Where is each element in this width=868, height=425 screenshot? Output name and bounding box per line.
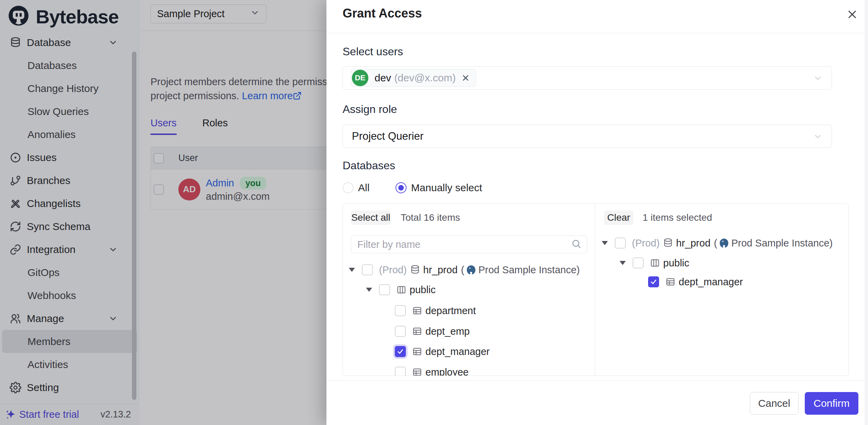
tree-row-instance[interactable]: (Prod) hr_prod ( Prod Sample Instance) xyxy=(349,260,580,280)
checkbox[interactable] xyxy=(615,238,626,249)
close-icon xyxy=(847,9,858,20)
total-items-label: Total 16 items xyxy=(401,212,460,223)
table-icon xyxy=(665,277,676,287)
radio-all[interactable] xyxy=(343,182,354,193)
chip-user-email: (dev@x.com) xyxy=(394,72,456,84)
table-icon xyxy=(412,346,422,357)
caret-down-icon[interactable] xyxy=(602,241,608,245)
table-icon xyxy=(412,326,422,336)
assign-role-label: Assign role xyxy=(343,103,397,116)
checkbox[interactable] xyxy=(379,284,390,295)
radio-manually-select[interactable] xyxy=(396,182,407,193)
postgresql-icon xyxy=(466,265,476,275)
confirm-button[interactable]: Confirm xyxy=(805,392,858,415)
selected-count-label: 1 items selected xyxy=(643,212,712,223)
radio-all-label[interactable]: All xyxy=(358,182,369,194)
caret-down-icon[interactable] xyxy=(366,288,372,292)
close-button[interactable] xyxy=(845,8,859,21)
database-icon xyxy=(663,238,673,248)
checkbox-checked[interactable] xyxy=(648,276,659,287)
schema-icon xyxy=(650,258,660,268)
tree-row-table[interactable]: dept_emp xyxy=(395,321,470,342)
checkbox[interactable] xyxy=(362,264,373,275)
assign-role-select[interactable]: Project Querier xyxy=(343,125,832,148)
checkbox[interactable] xyxy=(395,305,406,316)
caret-down-icon[interactable] xyxy=(349,268,355,272)
cancel-button[interactable]: Cancel xyxy=(750,392,799,415)
remove-user-icon[interactable] xyxy=(461,73,470,82)
modal-title: Grant Access xyxy=(343,6,422,21)
search-icon xyxy=(571,239,581,250)
database-scope-radios: All Manually select xyxy=(343,182,482,194)
caret-down-icon[interactable] xyxy=(620,261,626,265)
panel-divider xyxy=(595,204,595,376)
tree-row-schema[interactable]: public xyxy=(366,279,436,300)
checkbox[interactable] xyxy=(395,367,406,376)
grant-access-modal: Grant Access Select users DE dev (dev@x.… xyxy=(326,0,868,425)
tree-row-schema[interactable]: public xyxy=(620,253,689,273)
modal-backdrop[interactable] xyxy=(0,0,326,425)
checkbox[interactable] xyxy=(395,326,406,337)
tree-row-table[interactable]: department xyxy=(395,300,476,321)
tree-row-table[interactable]: employee xyxy=(395,362,469,376)
select-users-field[interactable]: DE dev (dev@x.com) xyxy=(343,66,832,90)
radio-manual-label[interactable]: Manually select xyxy=(411,182,482,194)
schema-icon xyxy=(396,285,407,295)
avatar: DE xyxy=(352,70,368,86)
tree-row-instance[interactable]: (Prod) hr_prod ( Prod Sample Instance) xyxy=(602,233,833,253)
header-divider xyxy=(326,33,868,33)
app-window: Bytebase Database Databases Change Histo… xyxy=(0,0,868,425)
footer-divider xyxy=(326,380,868,381)
filter-input[interactable] xyxy=(357,239,571,251)
selected-user-chip: DE dev (dev@x.com) xyxy=(351,69,476,87)
checkbox[interactable] xyxy=(633,257,644,268)
tree-row-table[interactable]: dept_manager xyxy=(648,272,743,292)
chip-user-name: dev xyxy=(375,72,391,84)
chevron-down-icon xyxy=(813,73,823,84)
chevron-down-icon xyxy=(813,132,823,143)
database-icon xyxy=(410,265,420,275)
clear-button[interactable]: Clear xyxy=(604,210,633,225)
modal-scrollbar[interactable] xyxy=(865,0,868,425)
assign-role-value: Project Querier xyxy=(352,130,423,142)
table-icon xyxy=(412,306,422,316)
checkbox-checked[interactable] xyxy=(395,346,406,357)
filter-input-wrap xyxy=(351,236,587,253)
database-transfer-panel: Select all Total 16 items (Prod) hr_prod… xyxy=(343,204,849,376)
postgresql-icon xyxy=(719,238,729,248)
select-users-label: Select users xyxy=(343,45,403,58)
select-all-button[interactable]: Select all xyxy=(351,210,391,225)
databases-label: Databases xyxy=(343,159,395,172)
table-icon xyxy=(412,367,422,376)
tree-row-table[interactable]: dept_manager xyxy=(395,341,490,362)
